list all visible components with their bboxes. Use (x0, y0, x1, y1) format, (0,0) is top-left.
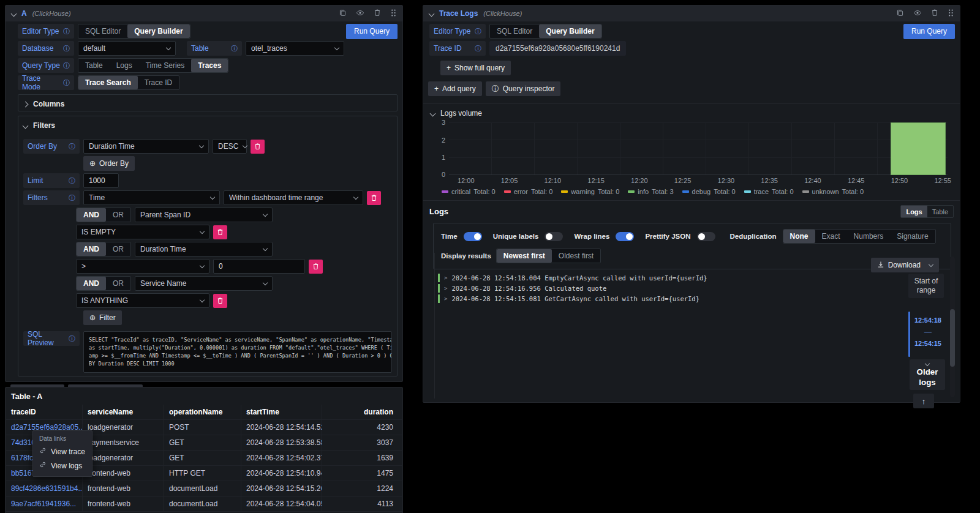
and-option[interactable]: AND (77, 277, 106, 290)
sql-editor-option[interactable]: SQL Editor (78, 24, 127, 38)
database-select[interactable]: default (78, 41, 176, 56)
add-order-by-button[interactable]: ⊕Order By (83, 156, 135, 171)
filter-field-select[interactable]: Parent Span ID (135, 208, 273, 222)
editor-type-switch[interactable]: SQL Editor Query Builder (78, 24, 190, 39)
duplicate-query-icon[interactable] (339, 9, 347, 18)
order-by-field-select[interactable]: Duration Time (83, 139, 209, 154)
dedup-exact[interactable]: Exact (815, 230, 847, 243)
remove-order-by-button[interactable] (251, 140, 265, 154)
run-query-button[interactable]: Run Query (903, 24, 955, 39)
dedup-signature[interactable]: Signature (890, 230, 935, 243)
query-type-traces[interactable]: Traces (191, 59, 228, 72)
unique-labels-toggle[interactable] (545, 232, 563, 241)
time-toggle[interactable] (464, 232, 482, 241)
delete-query-trash-icon[interactable] (374, 9, 381, 18)
filter-value-input[interactable] (213, 259, 305, 274)
filter-operator-select[interactable]: IS EMPTY (76, 225, 209, 239)
or-option[interactable]: OR (106, 242, 130, 256)
filter-time-field-select[interactable]: Time (83, 190, 220, 205)
legend-item[interactable]: criticalTotal: 0 (442, 188, 496, 195)
drag-handle-icon[interactable] (948, 9, 954, 19)
query-inspector-button[interactable]: ⓘQuery inspector (486, 81, 561, 96)
table-view-option[interactable]: Table (927, 206, 953, 217)
legend-item[interactable]: warningTotal: 0 (561, 188, 619, 195)
or-option[interactable]: OR (106, 277, 130, 290)
order-by-direction-select[interactable]: DESC (213, 139, 247, 154)
legend-item[interactable]: debugTotal: 0 (682, 188, 736, 195)
view-trace-menu-item[interactable]: View trace (33, 444, 92, 459)
log-line[interactable]: >2024-06-28 12:54:15.081 GetCartAsync ca… (438, 293, 900, 304)
hide-query-eye-icon[interactable] (913, 9, 922, 19)
expand-chevron-icon[interactable]: > (444, 285, 447, 291)
query-builder-option[interactable]: Query Builder (127, 24, 189, 38)
trace-id-link[interactable]: 89cf4286e631591b4... (6, 481, 83, 496)
query-type-table[interactable]: Table (78, 59, 110, 72)
log-range-markers[interactable]: 12:54:18 — 12:54:15 (908, 312, 941, 357)
filter-field-select[interactable]: Duration Time (135, 242, 273, 256)
deduplication-switch[interactable]: None Exact Numbers Signature (783, 229, 936, 244)
duplicate-query-icon[interactable] (896, 9, 904, 18)
trace-id-option[interactable]: Trace ID (138, 76, 179, 89)
trace-id-link[interactable]: 9ae7acf61941936... (6, 496, 83, 512)
column-header[interactable]: startTime (241, 405, 322, 420)
info-logs-bar[interactable] (891, 122, 946, 175)
legend-item[interactable]: unknownTotal: 0 (802, 188, 864, 195)
column-header[interactable]: operationName (164, 405, 241, 420)
expand-chevron-icon[interactable]: > (444, 275, 447, 281)
prettify-json-toggle[interactable] (697, 232, 715, 241)
collapse-chevron-icon[interactable] (11, 10, 17, 17)
and-option[interactable]: AND (77, 242, 106, 256)
column-header[interactable]: serviceName (83, 405, 164, 420)
show-full-query-button[interactable]: +Show full query (440, 61, 511, 75)
and-option[interactable]: AND (77, 208, 106, 222)
add-query-button[interactable]: +Add query (428, 81, 482, 96)
legend-item[interactable]: traceTotal: 0 (744, 188, 794, 195)
bool-operator-switch[interactable]: ANDOR (76, 208, 131, 222)
trace-id-value[interactable]: d2a7155ef6a928a05680e5ff6190241d (489, 41, 626, 56)
filters-section-header[interactable]: Filters (23, 119, 392, 132)
logs-volume-section-header[interactable]: Logs volume (431, 109, 960, 118)
remove-filter-button[interactable] (309, 260, 323, 274)
or-option[interactable]: OR (106, 208, 130, 222)
scroll-to-top-button[interactable]: ↑ (913, 394, 934, 408)
wrap-lines-toggle[interactable] (616, 232, 634, 241)
dedup-numbers[interactable]: Numbers (847, 230, 891, 243)
trace-search-option[interactable]: Trace Search (78, 76, 138, 89)
log-line[interactable]: >2024-06-28 12:54:18.004 EmptyCartAsync … (438, 272, 900, 283)
query-type-switch[interactable]: Table Logs Time Series Traces (78, 58, 228, 73)
sql-editor-option[interactable]: SQL Editor (490, 24, 539, 38)
filter-field-select[interactable]: Service Name (135, 276, 273, 291)
remove-filter-button[interactable] (367, 191, 381, 205)
legend-item[interactable]: infoTotal: 3 (628, 188, 673, 195)
download-button[interactable]: Download (871, 258, 939, 272)
dedup-none[interactable]: None (783, 230, 815, 243)
logs-view-switch[interactable]: Logs Table (900, 205, 954, 218)
expand-chevron-icon[interactable]: > (444, 296, 447, 302)
trace-mode-switch[interactable]: Trace Search Trace ID (78, 75, 179, 90)
editor-type-switch[interactable]: SQL Editor Query Builder (489, 24, 602, 39)
delete-query-trash-icon[interactable] (931, 9, 938, 18)
limit-input[interactable] (83, 173, 119, 188)
table-select[interactable]: otel_traces (246, 41, 344, 56)
query-builder-option[interactable]: Query Builder (539, 24, 601, 38)
query-type-logs[interactable]: Logs (110, 59, 139, 72)
bool-operator-switch[interactable]: ANDOR (76, 276, 131, 291)
logs-view-option[interactable]: Logs (901, 206, 927, 217)
view-logs-menu-item[interactable]: View logs (33, 459, 92, 473)
remove-filter-button[interactable] (213, 225, 227, 239)
logs-scrollbar-thumb[interactable] (950, 309, 955, 367)
column-header[interactable]: traceID (6, 405, 83, 420)
legend-item[interactable]: errorTotal: 0 (504, 188, 553, 195)
add-filter-button[interactable]: ⊕Filter (83, 310, 122, 325)
hide-query-eye-icon[interactable] (356, 9, 364, 19)
older-logs-button[interactable]: Older logs (910, 359, 945, 390)
filter-operator-select[interactable]: IS ANYTHING (76, 293, 209, 308)
remove-filter-button[interactable] (213, 294, 227, 308)
collapse-chevron-icon[interactable] (429, 10, 435, 17)
log-line[interactable]: >2024-06-28 12:54:16.956 Calculated quot… (438, 283, 900, 293)
query-type-timeseries[interactable]: Time Series (139, 59, 192, 72)
columns-section[interactable]: Columns (18, 94, 398, 111)
filter-time-value-select[interactable]: Within dashboard time range (224, 190, 363, 205)
column-header[interactable]: duration (322, 405, 402, 420)
run-query-button[interactable]: Run Query (346, 24, 398, 39)
